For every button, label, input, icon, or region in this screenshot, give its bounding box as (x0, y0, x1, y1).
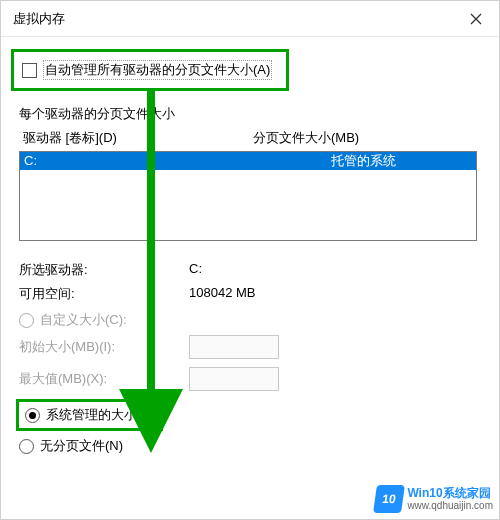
no-paging-label: 无分页文件(N) (40, 437, 123, 455)
no-paging-radio[interactable] (19, 439, 34, 454)
selected-drive-info: 所选驱动器: C: 可用空间: 108042 MB (19, 261, 477, 303)
system-managed-radio[interactable] (25, 408, 40, 423)
selected-drive-label: 所选驱动器: (19, 261, 189, 279)
table-header: 驱动器 [卷标](D) 分页文件大小(MB) (19, 127, 477, 151)
close-icon (470, 13, 482, 25)
watermark-text: Win10系统家园 www.qdhuaijin.com (407, 487, 493, 511)
custom-size-radio[interactable] (19, 313, 34, 328)
watermark-site-name: Win10系统家园 (407, 487, 493, 500)
free-space-value: 108042 MB (189, 285, 477, 303)
watermark-site-url: www.qdhuaijin.com (407, 500, 493, 511)
custom-size-label: 自定义大小(C): (40, 311, 127, 329)
initial-size-input (189, 335, 279, 359)
title-bar: 虚拟内存 (1, 1, 499, 37)
table-row[interactable]: C: 托管的系统 (20, 152, 476, 170)
size-cell: 托管的系统 (250, 152, 476, 170)
system-managed-highlight: 系统管理的大小(Y) (16, 399, 163, 431)
watermark-badge: 10 (373, 485, 405, 513)
auto-manage-label: 自动管理所有驱动器的分页文件大小(A) (43, 60, 272, 80)
initial-size-label: 初始大小(MB)(I): (19, 338, 189, 356)
custom-size-fields: 初始大小(MB)(I): 最大值(MB)(X): (19, 335, 485, 391)
system-managed-label: 系统管理的大小(Y) (46, 406, 154, 424)
column-size-header: 分页文件大小(MB) (253, 129, 477, 147)
auto-manage-checkbox[interactable] (22, 63, 37, 78)
max-size-input (189, 367, 279, 391)
dialog-body: 自动管理所有驱动器的分页文件大小(A) 每个驱动器的分页文件大小 驱动器 [卷标… (1, 37, 499, 469)
radio-dot-icon (29, 412, 36, 419)
max-size-label: 最大值(MB)(X): (19, 370, 189, 388)
close-button[interactable] (453, 1, 499, 37)
free-space-label: 可用空间: (19, 285, 189, 303)
window-title: 虚拟内存 (13, 10, 65, 28)
each-drive-section-label: 每个驱动器的分页文件大小 (19, 105, 485, 123)
auto-manage-highlight: 自动管理所有驱动器的分页文件大小(A) (11, 49, 289, 91)
drive-cell: C: (24, 152, 250, 170)
no-paging-radio-row[interactable]: 无分页文件(N) (19, 435, 485, 457)
drive-list[interactable]: C: 托管的系统 (19, 151, 477, 241)
virtual-memory-dialog: 虚拟内存 自动管理所有驱动器的分页文件大小(A) 每个驱动器的分页文件大小 驱动… (0, 0, 500, 520)
drive-table: 驱动器 [卷标](D) 分页文件大小(MB) C: 托管的系统 (19, 127, 477, 241)
selected-drive-value: C: (189, 261, 477, 279)
column-drive-header: 驱动器 [卷标](D) (23, 129, 253, 147)
watermark: 10 Win10系统家园 www.qdhuaijin.com (375, 485, 493, 513)
custom-size-radio-row[interactable]: 自定义大小(C): (19, 309, 485, 331)
